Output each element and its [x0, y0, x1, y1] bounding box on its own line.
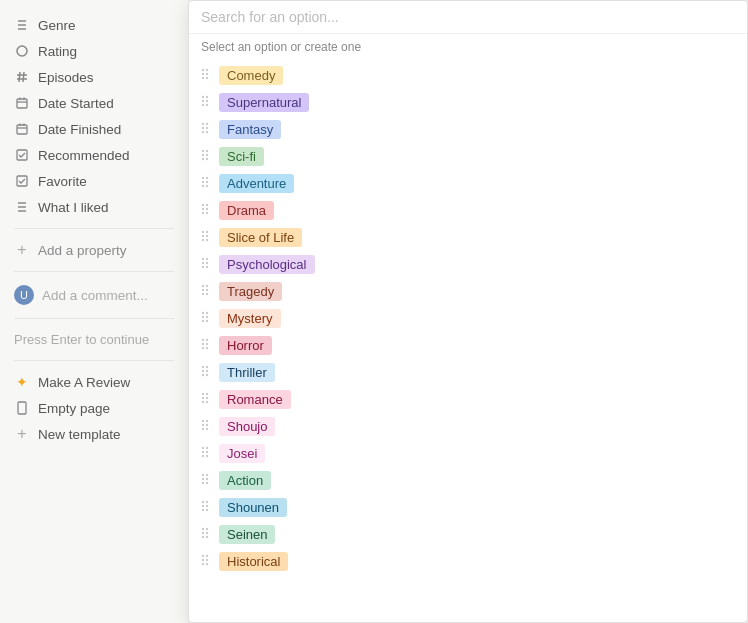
svg-point-38	[202, 131, 204, 133]
drag-handle-icon[interactable]	[197, 471, 213, 490]
drag-handle-icon[interactable]	[197, 498, 213, 517]
checkbox-icon	[14, 173, 30, 189]
sidebar-item-genre[interactable]: Genre	[0, 12, 188, 38]
option-scifi[interactable]: Sci-fi	[189, 143, 747, 170]
option-comedy[interactable]: Comedy	[189, 62, 747, 89]
sidebar-item-recommended[interactable]: Recommended	[0, 142, 188, 168]
option-shoujo[interactable]: Shoujo	[189, 413, 747, 440]
svg-point-61	[206, 235, 208, 237]
page-icon	[14, 400, 30, 416]
svg-point-105	[206, 428, 208, 430]
drag-handle-icon[interactable]	[197, 282, 213, 301]
option-seinen[interactable]: Seinen	[189, 521, 747, 548]
sidebar-item-episodes[interactable]: Episodes	[0, 64, 188, 90]
sidebar-item-what-i-liked[interactable]: What I liked	[0, 194, 188, 220]
divider	[14, 360, 174, 361]
empty-page-button[interactable]: Empty page	[0, 395, 188, 421]
make-review-button[interactable]: ✦ Make A Review	[0, 369, 188, 395]
drag-handle-icon[interactable]	[197, 174, 213, 193]
sidebar-item-date-finished[interactable]: Date Finished	[0, 116, 188, 142]
option-tag: Sci-fi	[219, 147, 264, 166]
svg-rect-16	[17, 150, 27, 160]
svg-point-75	[206, 293, 208, 295]
option-shounen[interactable]: Shounen	[189, 494, 747, 521]
svg-line-5	[23, 72, 24, 82]
svg-point-92	[202, 374, 204, 376]
sidebar-item-label: Episodes	[38, 70, 94, 85]
svg-point-104	[202, 428, 204, 430]
option-tag: Fantasy	[219, 120, 281, 139]
svg-point-32	[202, 104, 204, 106]
search-input[interactable]	[201, 9, 735, 25]
svg-point-33	[206, 104, 208, 106]
drag-handle-icon[interactable]	[197, 120, 213, 139]
svg-point-95	[206, 393, 208, 395]
drag-handle-icon[interactable]	[197, 201, 213, 220]
option-josei[interactable]: Josei	[189, 440, 747, 467]
drag-handle-icon[interactable]	[197, 93, 213, 112]
hash-icon	[14, 69, 30, 85]
svg-point-125	[206, 528, 208, 530]
option-historical[interactable]: Historical	[189, 548, 747, 575]
drag-handle-icon[interactable]	[197, 309, 213, 328]
option-tag: Drama	[219, 201, 274, 220]
svg-point-39	[206, 131, 208, 133]
drag-handle-icon[interactable]	[197, 417, 213, 436]
option-adventure[interactable]: Adventure	[189, 170, 747, 197]
svg-point-26	[202, 77, 204, 79]
drag-handle-icon[interactable]	[197, 444, 213, 463]
genre-dropdown: Select an option or create one Comedy Su…	[188, 0, 748, 623]
sidebar-item-rating[interactable]: Rating	[0, 38, 188, 64]
svg-point-86	[202, 347, 204, 349]
svg-point-131	[206, 555, 208, 557]
svg-point-102	[202, 424, 204, 426]
add-property-button[interactable]: + Add a property	[0, 237, 188, 263]
option-tag: Thriller	[219, 363, 275, 382]
sidebar-item-label: Favorite	[38, 174, 87, 189]
sidebar-item-date-started[interactable]: Date Started	[0, 90, 188, 116]
svg-point-65	[206, 258, 208, 260]
option-action[interactable]: Action	[189, 467, 747, 494]
option-supernatural[interactable]: Supernatural	[189, 89, 747, 116]
drag-handle-icon[interactable]	[197, 552, 213, 571]
empty-page-label: Empty page	[38, 401, 110, 416]
drag-handle-icon[interactable]	[197, 390, 213, 409]
option-fantasy[interactable]: Fantasy	[189, 116, 747, 143]
svg-point-72	[202, 289, 204, 291]
calendar-icon	[14, 121, 30, 137]
svg-point-35	[206, 123, 208, 125]
svg-point-52	[202, 204, 204, 206]
svg-point-71	[206, 285, 208, 287]
svg-point-107	[206, 447, 208, 449]
option-horror[interactable]: Horror	[189, 332, 747, 359]
make-review-label: Make A Review	[38, 375, 130, 390]
search-wrap[interactable]	[189, 1, 747, 34]
option-sliceoflife[interactable]: Slice of Life	[189, 224, 747, 251]
option-tragedy[interactable]: Tragedy	[189, 278, 747, 305]
svg-point-90	[202, 370, 204, 372]
svg-point-53	[206, 204, 208, 206]
drag-handle-icon[interactable]	[197, 66, 213, 85]
option-tag: Supernatural	[219, 93, 309, 112]
divider	[14, 318, 174, 319]
option-tag: Adventure	[219, 174, 294, 193]
drag-handle-icon[interactable]	[197, 336, 213, 355]
option-mystery[interactable]: Mystery	[189, 305, 747, 332]
drag-handle-icon[interactable]	[197, 228, 213, 247]
plus-icon: +	[14, 426, 30, 442]
option-romance[interactable]: Romance	[189, 386, 747, 413]
svg-point-73	[206, 289, 208, 291]
drag-handle-icon[interactable]	[197, 525, 213, 544]
option-thriller[interactable]: Thriller	[189, 359, 747, 386]
drag-handle-icon[interactable]	[197, 255, 213, 274]
drag-handle-icon[interactable]	[197, 363, 213, 382]
add-comment-button[interactable]: U Add a comment...	[0, 280, 188, 310]
option-psychological[interactable]: Psychological	[189, 251, 747, 278]
new-template-button[interactable]: + New template	[0, 421, 188, 447]
svg-point-60	[202, 235, 204, 237]
sidebar: Genre Rating Episodes	[0, 0, 188, 623]
drag-handle-icon[interactable]	[197, 147, 213, 166]
dropdown-instruction: Select an option or create one	[189, 34, 747, 58]
sidebar-item-favorite[interactable]: Favorite	[0, 168, 188, 194]
option-drama[interactable]: Drama	[189, 197, 747, 224]
